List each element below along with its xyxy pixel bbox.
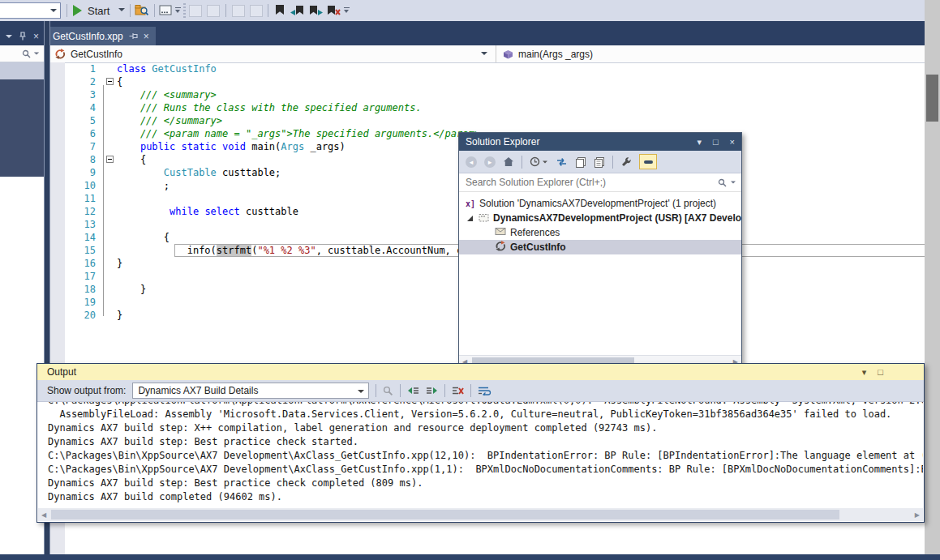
line-number: 16 bbox=[65, 257, 104, 270]
toolbar-overflow-icon[interactable] bbox=[344, 7, 351, 14]
outline-margin bbox=[104, 153, 117, 166]
scroll-left-icon[interactable]: ◀ bbox=[41, 511, 46, 519]
pin-icon[interactable] bbox=[19, 32, 27, 41]
code-line-5[interactable]: 5 /// </summary> bbox=[65, 114, 925, 127]
expander-icon[interactable] bbox=[467, 216, 473, 221]
tree-item-getcustinfo[interactable]: GetCustInfo bbox=[459, 240, 741, 254]
solution-icon: x] bbox=[466, 198, 475, 209]
solution-explorer-titlebar[interactable]: Solution Explorer ▾ □ × bbox=[459, 133, 741, 151]
outline-margin bbox=[104, 283, 117, 296]
fold-collapse-icon[interactable] bbox=[106, 78, 114, 85]
code-text: /// Runs the class with the specified ar… bbox=[117, 101, 422, 114]
back-icon[interactable]: ◂ bbox=[466, 156, 477, 168]
scrollbar-thumb[interactable] bbox=[51, 510, 839, 519]
maximize-icon[interactable]: □ bbox=[878, 368, 883, 377]
search-input[interactable] bbox=[464, 176, 715, 189]
left-panel-selected-row[interactable] bbox=[0, 62, 44, 79]
outline-margin bbox=[104, 62, 117, 75]
line-number: 9 bbox=[65, 166, 104, 179]
prev-message-icon[interactable] bbox=[407, 386, 419, 395]
maximize-icon[interactable]: □ bbox=[713, 138, 719, 147]
left-panel-search[interactable] bbox=[0, 45, 44, 62]
solution-tree[interactable]: x]Solution 'DynamicsAX7DevelopmentProjec… bbox=[459, 192, 741, 357]
separator bbox=[376, 384, 376, 397]
code-line-4[interactable]: 4 /// Runs the class with the specified … bbox=[65, 101, 925, 114]
clear-all-icon[interactable] bbox=[452, 386, 464, 395]
output-line: C:\Packages\Bin\XppSource\AX7 Developmen… bbox=[48, 449, 923, 463]
start-button[interactable]: Start bbox=[88, 5, 109, 17]
line-number: 2 bbox=[65, 75, 104, 88]
collapse-all-icon[interactable] bbox=[575, 156, 586, 168]
output-titlebar[interactable]: Output ▾ □ bbox=[37, 364, 924, 380]
outline-margin bbox=[104, 127, 117, 140]
left-panel-header: × bbox=[0, 27, 44, 45]
line-number: 3 bbox=[65, 88, 104, 101]
separator bbox=[444, 384, 445, 397]
next-message-icon[interactable] bbox=[426, 386, 438, 395]
scroll-right-icon[interactable]: ▶ bbox=[915, 511, 920, 519]
solution-explorer-window: Solution Explorer ▾ □ × ◂ ▸ bbox=[458, 132, 742, 369]
pending-changes-filter-icon[interactable] bbox=[530, 156, 548, 167]
outline-margin bbox=[104, 88, 117, 101]
disabled-edit-icon bbox=[207, 5, 220, 17]
outline-margin bbox=[104, 218, 117, 231]
output-frame-icon[interactable] bbox=[159, 5, 172, 15]
window-bottom-edge bbox=[0, 554, 940, 560]
output-hscrollbar[interactable]: ◀ ▶ bbox=[38, 508, 923, 521]
tree-item-dynamicsax7developmentproject-[interactable]: DynamicsAX7DevelopmentProject (USR) [AX7… bbox=[459, 211, 741, 225]
fold-collapse-icon[interactable] bbox=[106, 156, 114, 163]
search-folder-icon[interactable] bbox=[135, 4, 149, 16]
output-line: C:\Packages\Bin\XppSource\AX7 Developmen… bbox=[48, 463, 923, 477]
panel-dropdown-icon[interactable] bbox=[6, 35, 12, 38]
pin-icon[interactable] bbox=[129, 32, 138, 41]
show-all-files-icon[interactable] bbox=[594, 156, 605, 168]
close-icon[interactable]: × bbox=[33, 31, 39, 42]
member-dropdown[interactable]: main(Args _args) bbox=[496, 45, 593, 62]
sync-icon[interactable] bbox=[556, 157, 568, 167]
outline-margin bbox=[104, 114, 117, 127]
window-dropdown-icon[interactable]: ▾ bbox=[697, 138, 702, 147]
output-source-combo[interactable]: Dynamics AX7 Build Details bbox=[132, 383, 369, 399]
line-number: 18 bbox=[65, 283, 104, 296]
xpp-class-icon bbox=[54, 49, 66, 59]
home-icon[interactable] bbox=[503, 156, 514, 167]
code-line-3[interactable]: 3 /// <summary> bbox=[65, 88, 925, 101]
output-content[interactable]: C:\Packages\ApplicationPlatform\Applicat… bbox=[38, 402, 923, 508]
combo-value: Dynamics AX7 Build Details bbox=[138, 385, 258, 396]
code-text: public static void main(Args _args) bbox=[117, 140, 346, 153]
toolbar-overflow-icon[interactable] bbox=[175, 7, 182, 14]
toolbar-combo[interactable] bbox=[0, 2, 61, 19]
window-title: Solution Explorer bbox=[466, 136, 539, 147]
forward-icon[interactable]: ▸ bbox=[484, 156, 496, 168]
xpp-class-icon bbox=[495, 241, 506, 254]
toolbar-grip[interactable] bbox=[183, 3, 186, 18]
code-line-1[interactable]: 1class GetCustInfo bbox=[65, 62, 925, 75]
scrollbar-thumb[interactable] bbox=[926, 75, 938, 122]
code-line-2[interactable]: 2{ bbox=[65, 75, 925, 88]
line-number: 4 bbox=[65, 101, 104, 114]
search-icon bbox=[22, 49, 31, 58]
window-dropdown-icon[interactable]: ▾ bbox=[862, 368, 867, 377]
run-icon[interactable] bbox=[73, 5, 82, 16]
close-icon[interactable]: × bbox=[144, 32, 149, 41]
solution-search-box[interactable] bbox=[459, 173, 741, 192]
preview-selected-items-toggle[interactable] bbox=[639, 154, 657, 169]
tree-item-solution-dynamicsax7developmen[interactable]: x]Solution 'DynamicsAX7DevelopmentProjec… bbox=[459, 196, 741, 211]
line-number: 7 bbox=[65, 140, 104, 153]
code-text: } bbox=[117, 309, 122, 322]
properties-wrench-icon[interactable] bbox=[620, 156, 632, 168]
start-dropdown-icon[interactable] bbox=[118, 8, 125, 11]
tree-item-label: Solution 'DynamicsAX7DevelopmentProject'… bbox=[479, 198, 716, 209]
prev-bookmark-icon[interactable] bbox=[290, 5, 304, 18]
tree-item-references[interactable]: References bbox=[459, 225, 741, 240]
clear-bookmarks-icon[interactable] bbox=[327, 5, 341, 18]
next-bookmark-icon[interactable] bbox=[309, 5, 323, 18]
search-icon bbox=[718, 178, 727, 187]
line-number: 15 bbox=[65, 244, 104, 257]
word-wrap-icon[interactable] bbox=[478, 386, 491, 395]
line-number: 8 bbox=[65, 153, 104, 166]
close-icon[interactable]: × bbox=[730, 138, 735, 147]
code-text: /// <param name = "_args">The specified … bbox=[117, 127, 480, 140]
type-dropdown[interactable]: GetCustInfo bbox=[50, 45, 496, 62]
tab-getcustinfo[interactable]: GetCustInfo.xpp × bbox=[46, 27, 156, 45]
